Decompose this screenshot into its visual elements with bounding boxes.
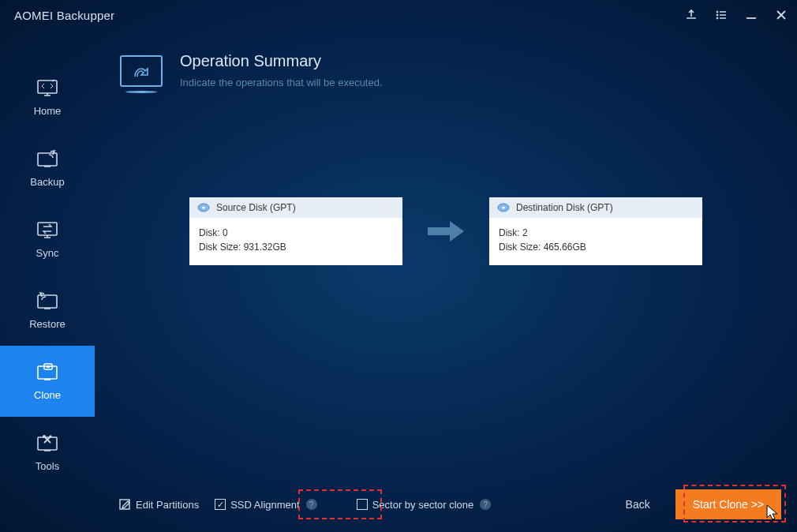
sidebar-item-restore[interactable]: Restore [0,275,95,346]
svg-point-11 [43,435,46,438]
back-button[interactable]: Back [616,492,660,517]
clone-icon [36,362,58,381]
tools-icon [36,433,58,452]
edit-partitions-link[interactable]: Edit Partitions [118,498,199,511]
disk-icon [497,203,510,212]
checkbox-unchecked-icon [357,499,368,510]
checkbox-checked-icon [215,499,226,510]
destination-disk-size: Disk Size: 465.66GB [499,240,693,254]
svg-rect-6 [38,295,57,308]
start-clone-button[interactable]: Start Clone >> [675,489,781,519]
svg-rect-4 [38,153,57,166]
source-disk-title: Source Disk (GPT) [216,202,296,213]
disk-icon [197,203,210,212]
destination-disk-number: Disk: 2 [499,226,693,240]
sidebar-item-sync[interactable]: Sync [0,204,95,275]
sidebar-item-label: Clone [34,389,61,401]
svg-point-0 [717,11,718,13]
svg-point-1 [717,14,718,16]
svg-point-16 [502,207,505,209]
minimize-icon[interactable] [745,9,758,21]
restore-icon [36,291,58,310]
app-title: AOMEI Backupper [14,9,685,22]
ssd-alignment-checkbox[interactable]: SSD Alignment ? [215,499,316,511]
page-subtitle: Indicate the operations that will be exe… [180,77,383,88]
source-disk-card: Source Disk (GPT) Disk: 0 Disk Size: 931… [189,197,402,265]
operation-summary-icon [118,52,164,95]
sidebar-item-home[interactable]: Home [0,62,95,133]
sidebar-item-label: Restore [29,318,65,330]
svg-rect-7 [38,366,57,379]
sidebar: Home Backup Sync Restore [0,30,95,532]
footer: Edit Partitions SSD Alignment ? Sector b… [95,477,797,532]
sector-clone-checkbox[interactable]: Sector by sector clone ? [357,499,492,511]
source-disk-number: Disk: 0 [199,226,393,240]
page-header: Operation Summary Indicate the operation… [95,30,797,95]
info-icon[interactable]: ? [480,499,491,510]
arrow-icon [426,219,466,243]
destination-disk-title: Destination Disk (GPT) [516,202,613,213]
upgrade-icon[interactable] [685,9,698,21]
sidebar-item-clone[interactable]: Clone [0,346,95,417]
backup-icon [36,149,58,168]
sidebar-item-label: Sync [36,247,59,259]
svg-point-2 [717,17,718,19]
home-icon [36,78,58,97]
menu-icon[interactable] [715,9,728,21]
page-title: Operation Summary [180,52,383,70]
svg-rect-3 [38,81,57,93]
svg-rect-9 [47,365,50,368]
sync-icon [36,220,58,239]
sidebar-item-label: Home [34,105,62,117]
source-disk-size: Disk Size: 931.32GB [199,240,393,254]
sidebar-item-label: Backup [30,176,64,188]
titlebar: AOMEI Backupper [0,0,797,30]
close-icon[interactable] [775,9,788,21]
svg-point-14 [202,207,205,209]
sidebar-item-label: Tools [36,460,59,472]
info-icon[interactable]: ? [306,499,317,510]
sidebar-item-backup[interactable]: Backup [0,133,95,204]
sidebar-item-tools[interactable]: Tools [0,417,95,488]
destination-disk-card: Destination Disk (GPT) Disk: 2 Disk Size… [489,197,702,265]
svg-rect-5 [38,223,57,235]
